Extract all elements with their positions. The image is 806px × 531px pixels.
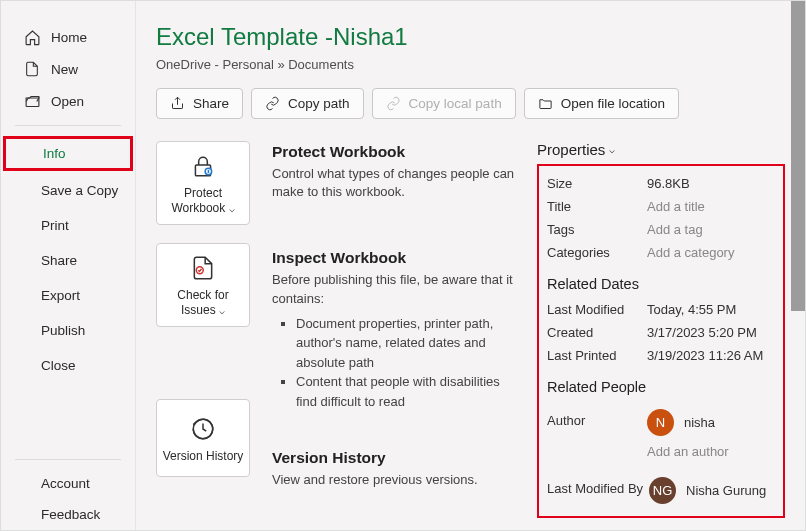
share-button[interactable]: Share [156,88,243,119]
chevron-down-icon: ⌵ [229,203,235,214]
nav-label: Save a Copy [41,183,118,198]
backstage-sidebar: Home New Open Info Save a Copy Print Sha… [1,1,136,530]
nav-home[interactable]: Home [1,21,135,53]
prop-created: Created3/17/2023 5:20 PM [547,321,783,344]
version-history-card[interactable]: Version History [156,399,250,477]
section-title: Protect Workbook [272,143,515,161]
protect-workbook-card[interactable]: Protect Workbook ⌵ [156,141,250,225]
nav-label: New [51,62,78,77]
nav-close[interactable]: Close [1,348,135,383]
lock-icon [189,152,217,180]
nav-label: Feedback [41,507,100,522]
nav-label: Export [41,288,80,303]
breadcrumb[interactable]: OneDrive - Personal » Documents [156,57,785,72]
prop-last-modified: Last ModifiedToday, 4:55 PM [547,298,783,321]
share-icon [170,96,185,111]
inspect-bullet: Document properties, printer path, autho… [296,314,515,373]
home-icon [23,28,41,46]
avatar: N [647,409,674,436]
prop-size: Size96.8KB [547,172,783,195]
main-panel: Excel Template -Nisha1 OneDrive - Person… [136,1,805,530]
vertical-scrollbar[interactable] [791,1,805,311]
button-label: Copy path [288,96,350,111]
open-file-location-button[interactable]: Open file location [524,88,679,119]
copy-local-path-button: Copy local path [372,88,516,119]
nav-print[interactable]: Print [1,208,135,243]
nav-label: Publish [41,323,85,338]
sidebar-divider [15,125,121,126]
section-description: View and restore previous versions. [272,471,515,489]
protect-section: Protect Workbook Control what types of c… [272,143,515,201]
nav-new[interactable]: New [1,53,135,85]
nav-info-highlighted: Info [3,139,133,168]
add-title[interactable]: Add a title [647,199,783,214]
prop-last-modified-by: Last Modified By NG Nisha Gurung [547,469,783,508]
nav-label: Open [51,94,84,109]
author-name: nisha [684,415,715,430]
prop-categories: CategoriesAdd a category [547,241,783,264]
nav-feedback[interactable]: Feedback [1,499,135,530]
nav-label: Print [41,218,69,233]
properties-panel: Properties ⌵ Size96.8KB TitleAdd a title… [537,141,785,518]
section-descriptions: Protect Workbook Control what types of c… [272,141,515,518]
sidebar-bottom: Account Feedback [1,468,135,530]
chevron-down-icon: ⌵ [219,305,225,316]
nav-label: Share [41,253,77,268]
version-section: Version History View and restore previou… [272,449,515,489]
nav-publish[interactable]: Publish [1,313,135,348]
prop-author: Author N nisha [547,401,783,440]
button-label: Open file location [561,96,665,111]
check-issues-card[interactable]: Check for Issues ⌵ [156,243,250,327]
chevron-down-icon: ⌵ [609,144,615,155]
nav-share[interactable]: Share [1,243,135,278]
section-description: Control what types of changes people can… [272,165,515,201]
content-area: Protect Workbook ⌵ Check for Issues ⌵ Ve… [156,141,785,518]
prop-last-printed: Last Printed3/19/2023 11:26 AM [547,344,783,367]
document-title: Excel Template -Nisha1 [156,23,785,51]
folder-icon [538,96,553,111]
add-category[interactable]: Add a category [647,245,783,260]
modified-by-name: Nisha Gurung [686,483,766,498]
nav-export[interactable]: Export [1,278,135,313]
action-bar: Share Copy path Copy local path Open fil… [156,88,785,119]
card-label: Check for Issues ⌵ [161,288,245,318]
nav-label: Close [41,358,76,373]
related-people-heading: Related People [547,379,783,395]
annotation-highlight: Size96.8KB TitleAdd a title TagsAdd a ta… [537,164,785,518]
button-label: Share [193,96,229,111]
prop-title: TitleAdd a title [547,195,783,218]
sidebar-divider [15,459,121,460]
add-tag[interactable]: Add a tag [647,222,783,237]
nav-info[interactable]: Info [3,139,133,168]
add-author[interactable]: Add an author [647,444,729,459]
nav-label: Account [41,476,90,491]
inspect-bullet: Content that people with disabilities fi… [296,372,515,411]
card-label: Protect Workbook ⌵ [161,186,245,216]
section-title: Inspect Workbook [272,249,515,267]
avatar: NG [649,477,676,504]
link-icon [265,96,280,111]
inspect-section: Inspect Workbook Before publishing this … [272,249,515,411]
section-title: Version History [272,449,515,467]
sidebar-group: Save a Copy Print Share Export Publish C… [1,173,135,383]
nav-label: Home [51,30,87,45]
link-icon [386,96,401,111]
nav-account[interactable]: Account [1,468,135,499]
new-icon [23,60,41,78]
copy-path-button[interactable]: Copy path [251,88,364,119]
check-doc-icon [189,254,217,282]
nav-label: Info [43,146,66,161]
card-label: Version History [163,449,244,464]
properties-label: Properties [537,141,605,158]
nav-save-copy[interactable]: Save a Copy [1,173,135,208]
history-icon [189,415,217,443]
add-author-row: Add an author [547,440,783,463]
prop-tags: TagsAdd a tag [547,218,783,241]
open-icon [23,92,41,110]
command-cards: Protect Workbook ⌵ Check for Issues ⌵ Ve… [156,141,250,518]
properties-dropdown[interactable]: Properties ⌵ [537,141,785,158]
button-label: Copy local path [409,96,502,111]
nav-open[interactable]: Open [1,85,135,117]
related-dates-heading: Related Dates [547,276,783,292]
section-description: Before publishing this file, be aware th… [272,271,515,307]
